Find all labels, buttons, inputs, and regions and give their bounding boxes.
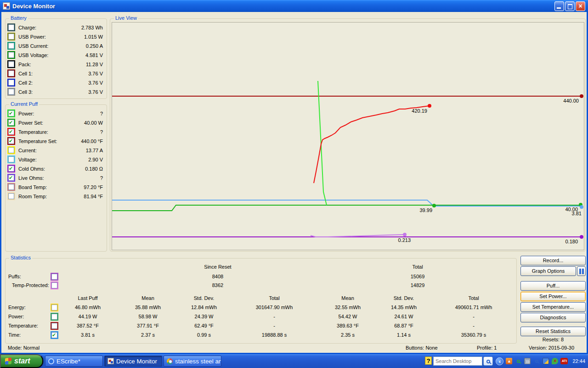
row-label: Room Temp: — [18, 194, 47, 199]
puffs-label: Puffs: — [8, 274, 21, 279]
cold-ohms-endpoint — [580, 235, 583, 239]
resets-count: Resets: 8 — [520, 337, 586, 342]
row-label: Pack: — [18, 62, 31, 67]
set-power-button[interactable]: Set Power... — [520, 292, 586, 301]
battery-panel: Battery Charge: 2.783 Wh USB Power: 1.01… — [5, 18, 107, 99]
live-view-panel: Live View 440.00 420.19 39.99 — [110, 18, 586, 252]
series-checkbox-usb-voltage[interactable] — [7, 51, 15, 59]
row-value: 4.581 V — [85, 52, 103, 58]
col-header: Mean — [318, 295, 378, 301]
tray-catalyst-icon[interactable]: × — [551, 357, 559, 365]
series-checkbox-cold-ohms[interactable] — [7, 165, 15, 172]
minimize-button[interactable] — [554, 1, 564, 11]
stat-cell: 0.99 s — [174, 332, 234, 338]
system-tray: ‹ ▲ ))) × ATI 22:44 — [496, 354, 585, 368]
series-checkbox-live-ohms[interactable] — [7, 174, 15, 182]
series-checkbox-cell2[interactable] — [7, 79, 15, 86]
stat-cell: - — [444, 314, 503, 319]
record-button[interactable]: Record... — [520, 256, 586, 265]
temperature-stat-checkbox[interactable] — [51, 322, 58, 330]
series-checkbox-usb-power[interactable] — [7, 33, 15, 40]
start-label: start — [14, 357, 30, 365]
series-checkbox-current[interactable] — [7, 146, 15, 154]
series-checkbox-cell3[interactable] — [7, 88, 15, 96]
status-version: Version: 2015-09-30 — [529, 345, 574, 351]
energy-checkbox[interactable] — [51, 304, 58, 311]
series-checkbox-voltage[interactable] — [7, 155, 15, 163]
stat-cell: 2.37 s — [118, 332, 178, 338]
battery-panel-title: Battery — [9, 15, 28, 21]
series-checkbox-power-set[interactable] — [7, 119, 15, 126]
series-checkbox-board-temp[interactable] — [7, 183, 15, 191]
row-label: Temperature: — [18, 129, 48, 135]
series-checkbox-room-temp[interactable] — [7, 192, 15, 200]
series-checkbox-cell1[interactable] — [7, 69, 15, 77]
search-desktop-input[interactable] — [433, 356, 482, 366]
start-button[interactable]: start — [0, 354, 43, 368]
taskbar-clock: 22:44 — [572, 358, 585, 364]
series-checkbox-temperature-set[interactable] — [7, 137, 15, 145]
row-label: Power: — [18, 111, 34, 116]
tray-ati-icon[interactable]: ATI — [560, 357, 568, 365]
diagnostics-button[interactable]: Diagnostics — [520, 313, 586, 322]
col-header: Last Puff — [58, 295, 118, 301]
row-value: 11.28 V — [86, 62, 103, 67]
desktop-help-icon[interactable]: ? — [425, 356, 432, 365]
time-stat-checkbox[interactable] — [51, 331, 58, 339]
search-desktop-button[interactable] — [483, 356, 493, 366]
total-header: Total — [388, 264, 447, 270]
tray-search-icon[interactable] — [533, 357, 540, 365]
pause-button[interactable] — [577, 266, 586, 276]
temp-protected-checkbox[interactable] — [51, 282, 58, 289]
series-power-line — [318, 81, 327, 205]
stat-cell: 35360.79 s — [444, 332, 503, 338]
power-stat-checkbox[interactable] — [51, 313, 58, 321]
tray-update-icon[interactable]: ▲ — [505, 357, 513, 365]
stat-cell: 490601.71 mWh — [444, 305, 503, 310]
puff-row: Power Set: 40.00 W — [6, 119, 107, 128]
puff-button[interactable]: Puff... — [520, 281, 586, 291]
close-button[interactable]: × — [576, 1, 585, 11]
series-checkbox-temperature[interactable] — [7, 128, 15, 136]
chrome-icon — [167, 358, 173, 364]
battery-row: USB Current: 0.250 A — [6, 42, 107, 51]
titlebar: Device Monitor × — [0, 0, 588, 12]
graph-options-button[interactable]: Graph Options — [520, 266, 576, 276]
tray-collapse-chevron-icon[interactable]: ‹ — [496, 357, 503, 365]
taskbar-task-escribe[interactable]: EScribe* — [45, 356, 103, 367]
battery-row: USB Voltage: 4.581 V — [6, 51, 107, 60]
temperature-set-value-label: 440.00 — [563, 98, 579, 104]
window-title: Device Monitor — [12, 3, 554, 10]
series-checkbox-charge[interactable] — [7, 23, 15, 31]
puffs-checkbox[interactable] — [51, 273, 58, 281]
taskbar-task-browser[interactable]: stainless steel and te... — [164, 356, 221, 367]
restore-button[interactable] — [565, 1, 575, 11]
set-temperature-button[interactable]: Set Temperature... — [520, 302, 586, 312]
series-checkbox-usb-current[interactable] — [7, 42, 15, 50]
tray-desktop-search-icon[interactable] — [514, 357, 522, 365]
puff-row: Board Temp: 97.20 °F — [6, 183, 107, 192]
row-value: 0.250 A — [86, 43, 103, 49]
tray-display-settings-icon[interactable] — [542, 357, 549, 365]
row-label: Charge: — [18, 25, 36, 30]
battery-row: USB Power: 1.015 W — [6, 33, 107, 42]
row-value: ? — [100, 129, 103, 135]
row-label: Voltage: — [18, 157, 37, 162]
series-checkbox-pack[interactable] — [7, 60, 15, 68]
app-icon — [3, 2, 10, 10]
stat-cell: 68.87 °F — [374, 323, 434, 328]
row-label: Current: — [18, 148, 37, 153]
reset-statistics-button[interactable]: Reset Statistics — [520, 327, 586, 336]
puff-row: Current: 13.77 A — [6, 146, 107, 155]
battery-row: Charge: 2.783 Wh — [6, 23, 107, 33]
row-label: Cell 1: — [18, 71, 33, 76]
temp-protected-label: Temp-Protected: — [12, 282, 49, 288]
series-checkbox-power[interactable] — [7, 109, 15, 117]
stat-cell: - — [244, 323, 304, 328]
row-label: USB Current: — [18, 43, 48, 49]
taskbar-task-device-monitor[interactable]: Device Monitor — [104, 356, 162, 367]
tray-network-icon[interactable]: ))) — [524, 357, 531, 365]
stat-cell: 54.42 W — [318, 314, 378, 319]
col-header: Mean — [118, 295, 178, 301]
row-value: 97.20 °F — [84, 184, 103, 190]
